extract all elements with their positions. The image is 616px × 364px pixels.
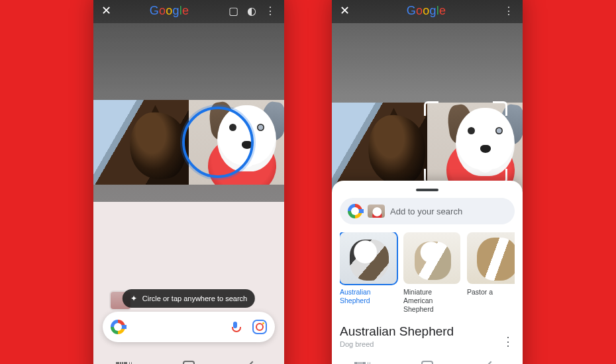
result-card[interactable]: Miniature American Shepherd [403,232,460,314]
result-carousel[interactable]: Australian Shepherd Miniature American S… [340,232,515,314]
search-image-chip[interactable] [368,205,385,218]
photo-cat [332,103,427,190]
add-to-search-bar[interactable]: Add to your search [340,198,515,224]
google-g-icon [348,204,362,218]
result-card[interactable]: Pastor a [467,232,515,314]
result-subtitle: Dog breed [340,340,515,348]
close-icon[interactable]: ✕ [340,5,350,17]
nav-back-icon[interactable] [484,360,497,364]
phone-right: 12:45 ✕ Google ⋮ [332,0,523,364]
app-top-bar: ✕ Google ⋮ [332,0,523,23]
hint-text: Circle or tap anywhere to search [142,295,247,302]
result-more-icon[interactable]: ⋮ [502,334,513,349]
result-caption: Miniature American Shepherd [403,288,460,314]
results-sheet[interactable]: Add to your search Australian Shepherd M… [332,181,523,364]
android-nav-bar [332,353,523,364]
close-icon[interactable]: ✕ [101,5,111,17]
result-thumb [467,232,515,284]
brand-logo: Google [150,4,189,18]
nav-recents-icon[interactable] [357,360,370,364]
nav-home-icon[interactable] [182,360,195,364]
result-caption: Australian Shepherd [340,288,397,305]
result-caption: Pastor a [467,288,515,296]
add-to-search-placeholder: Add to your search [390,206,462,216]
nav-home-icon[interactable] [421,360,434,364]
sparkle-icon: ✦ [130,294,137,303]
result-thumb [403,232,460,284]
android-nav-bar [93,353,284,364]
mic-icon[interactable] [229,320,242,334]
result-card[interactable]: Australian Shepherd [340,232,397,314]
phone-left: 12:45 ✕ Google ▢ ◐ ⋮ [93,0,284,364]
selection-brackets[interactable] [424,101,507,183]
app-top-bar: ✕ Google ▢ ◐ ⋮ [93,0,284,23]
sheet-drag-handle[interactable] [416,189,438,191]
screenshot-icon[interactable]: ▢ [227,5,239,17]
brand-logo: Google [407,4,446,18]
more-icon[interactable]: ⋮ [264,5,276,17]
history-icon[interactable]: ◐ [246,5,258,17]
photo-cat [93,100,189,185]
google-g-icon [111,320,125,334]
lower-panel: ✦ Circle or tap anywhere to search [93,202,284,364]
search-bar[interactable] [103,312,275,342]
camera-viewport[interactable] [93,23,284,202]
nav-back-icon[interactable] [246,360,259,364]
lens-icon[interactable] [252,320,267,334]
circle-selection[interactable] [182,107,254,178]
more-icon[interactable]: ⋮ [503,5,515,17]
nav-recents-icon[interactable] [119,360,132,364]
result-thumb [340,232,397,284]
result-title: Australian Shepherd [340,324,515,339]
hint-pill: ✦ Circle or tap anywhere to search [123,289,255,308]
